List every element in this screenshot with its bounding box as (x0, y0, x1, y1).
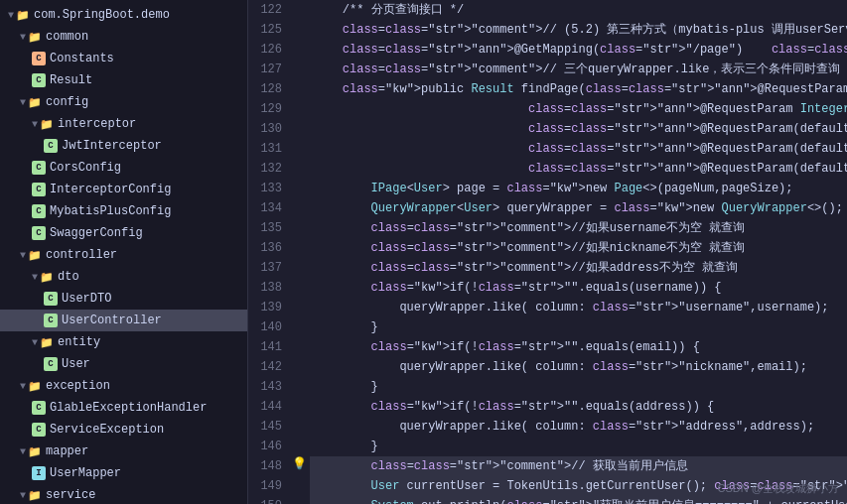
bulb-icon[interactable]: 💡 (292, 456, 307, 471)
folder-arrow-icon: ▼ (32, 272, 38, 283)
code-line: class=class="str">"comment">// 三个queryWr… (310, 60, 847, 79)
sidebar-item-label: UserMapper (50, 466, 121, 480)
folder-icon: 📁 (16, 9, 30, 22)
line-number: 125 (248, 20, 282, 40)
sidebar-item-dto[interactable]: ▼📁dto (0, 266, 247, 288)
code-line: class="kw">public Result findPage(class=… (310, 79, 847, 99)
sidebar-item-service[interactable]: ▼📁service (0, 484, 247, 504)
sidebar-item-label: dto (58, 270, 79, 284)
code-line: class=class="str">"comment">// (5.2) 第三种… (310, 20, 847, 40)
sidebar-item-controller[interactable]: ▼📁controller (0, 244, 247, 266)
sidebar-item-constants[interactable]: CConstants (0, 48, 247, 69)
folder-icon: 📁 (28, 445, 42, 458)
line-number: 145 (248, 417, 282, 437)
folder-arrow-icon: ▼ (32, 337, 38, 348)
sidebar-item-usercontroller[interactable]: CUserController (0, 310, 247, 331)
line-number: 131 (248, 139, 282, 159)
line-number: 132 (248, 159, 282, 179)
sidebar-item-label: exception (46, 379, 110, 393)
sidebar-item-label: Result (50, 73, 92, 87)
code-line: class="kw">if(!class="str">"".equals(add… (310, 397, 847, 417)
class-icon: C (32, 401, 46, 415)
line-number: 130 (248, 119, 282, 139)
folder-arrow-icon: ▼ (8, 10, 14, 21)
folder-icon: 📁 (28, 489, 42, 502)
line-number: 127 (248, 60, 282, 79)
sidebar-item-entity[interactable]: ▼📁entity (0, 331, 247, 353)
sidebar-item-label: JwtInterceptor (62, 139, 162, 153)
sidebar-item-exception[interactable]: ▼📁exception (0, 375, 247, 397)
sidebar-item-glableexceptionhandler[interactable]: CGlableExceptionHandler (0, 397, 247, 419)
code-line: queryWrapper.like( column: class="str">"… (310, 417, 847, 437)
sidebar-item-common[interactable]: ▼📁common (0, 26, 247, 48)
interface-icon: I (32, 466, 46, 480)
class-icon: C (32, 161, 46, 175)
code-line: queryWrapper.like( column: class="str">"… (310, 357, 847, 377)
sidebar-item-label: CorsConfig (50, 161, 121, 175)
folder-icon: 📁 (40, 118, 54, 131)
sidebar-item-corsconfig[interactable]: CCorsConfig (0, 157, 247, 179)
sidebar-item-usermapper[interactable]: IUserMapper (0, 462, 247, 484)
class-icon: C (44, 139, 58, 153)
line-number: 140 (248, 317, 282, 337)
folder-arrow-icon: ▼ (20, 97, 26, 108)
sidebar-item-label: mapper (46, 444, 88, 458)
class-icon: C (44, 292, 58, 306)
sidebar-item-config[interactable]: ▼📁config (0, 91, 247, 113)
sidebar-item-mapper[interactable]: ▼📁mapper (0, 441, 247, 462)
line-number: 133 (248, 179, 282, 198)
sidebar-item-label: service (46, 488, 95, 502)
code-editor: 1221251261271281291301311321331341351361… (248, 0, 847, 504)
folder-arrow-icon: ▼ (32, 119, 38, 130)
code-line: class=class="str">"comment">// 获取当前用户信息 (310, 456, 847, 476)
folder-icon: 📁 (28, 249, 42, 262)
code-line: queryWrapper.like( column: class="str">"… (310, 298, 847, 317)
line-number: 136 (248, 238, 282, 258)
sidebar-item-label: GlableExceptionHandler (50, 401, 207, 415)
line-number: 122 (248, 0, 282, 20)
class-icon: C (32, 183, 46, 196)
sidebar-item-userdto[interactable]: CUserDTO (0, 288, 247, 310)
line-number: 138 (248, 278, 282, 298)
sidebar-item-mybatisplusconfig[interactable]: CMybatisPlusConfig (0, 200, 247, 222)
sidebar-item-user[interactable]: CUser (0, 353, 247, 375)
sidebar-item-label: ServiceException (50, 423, 164, 437)
code-line: class=class="str">"ann">@RequestParam In… (310, 99, 847, 119)
line-number: 149 (248, 476, 282, 496)
sidebar-item-label: controller (46, 248, 117, 262)
sidebar-item-label: interceptor (58, 117, 136, 131)
sidebar-item-serviceexception[interactable]: CServiceException (0, 419, 247, 441)
folder-icon: 📁 (28, 31, 42, 44)
code-line: IPage<User> page = class="kw">new Page<>… (310, 179, 847, 198)
line-number: 134 (248, 198, 282, 218)
class-icon: C (32, 52, 46, 65)
sidebar-item-interceptor[interactable]: ▼📁interceptor (0, 113, 247, 135)
line-number: 135 (248, 218, 282, 238)
code-content[interactable]: /** 分页查询接口 */ class=class="str">"comment… (310, 0, 847, 504)
code-line: class=class="str">"comment">//如果address不… (310, 258, 847, 278)
sidebar-item-jwtinterceptor[interactable]: CJwtInterceptor (0, 135, 247, 157)
line-number: 144 (248, 397, 282, 417)
sidebar-item-result[interactable]: CResult (0, 69, 247, 91)
class-icon: C (44, 357, 58, 371)
sidebar-item-interceptorconfig[interactable]: CInterceptorConfig (0, 179, 247, 200)
line-number: 150 (248, 496, 282, 504)
sidebar-item-label: SwaggerConfig (50, 226, 143, 240)
class-icon: C (44, 314, 58, 327)
folder-icon: 📁 (28, 380, 42, 393)
gutter: 💡 (290, 0, 310, 504)
sidebar-item-com-springboot-demo[interactable]: ▼📁com.SpringBoot.demo (0, 4, 247, 26)
code-line: class=class="str">"ann">@RequestParam(de… (310, 119, 847, 139)
file-tree[interactable]: ▼📁com.SpringBoot.demo▼📁commonCConstantsC… (0, 0, 248, 504)
sidebar-item-swaggerconfig[interactable]: CSwaggerConfig (0, 222, 247, 244)
sidebar-item-label: entity (58, 335, 100, 349)
folder-arrow-icon: ▼ (20, 490, 26, 501)
sidebar-item-label: User (62, 357, 90, 371)
line-numbers: 1221251261271281291301311321331341351361… (248, 0, 290, 504)
code-line: } (310, 377, 847, 397)
line-number: 128 (248, 79, 282, 99)
line-number: 139 (248, 298, 282, 317)
line-number: 143 (248, 377, 282, 397)
code-line: class=class="str">"ann">@RequestParam(de… (310, 139, 847, 159)
class-icon: C (32, 73, 46, 87)
